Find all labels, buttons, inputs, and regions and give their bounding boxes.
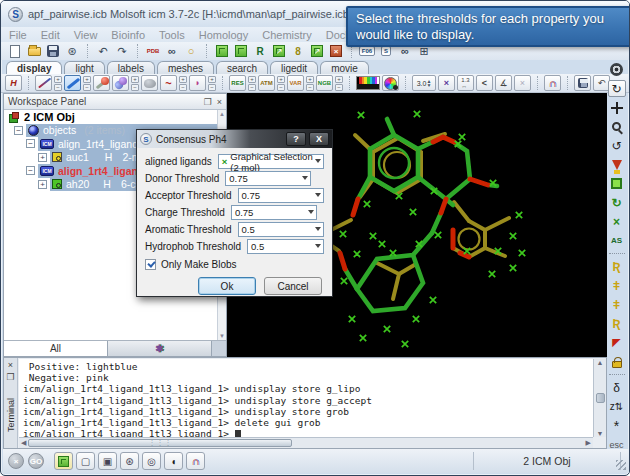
- undisplay-above-icon[interactable]: Ʀ: [608, 258, 626, 275]
- go-icon[interactable]: GO: [28, 453, 44, 469]
- measure-atoms-icon[interactable]: ×: [438, 75, 455, 91]
- measure-distance-icon[interactable]: 1.3↔: [457, 75, 474, 91]
- clip-tool-icon[interactable]: Ʀ: [608, 315, 626, 332]
- open-file-icon[interactable]: [26, 44, 42, 58]
- skin-style-icon[interactable]: ◗: [189, 75, 206, 91]
- scroll-up-icon[interactable]: ▲: [597, 359, 604, 366]
- table-green-2-icon[interactable]: [233, 44, 249, 58]
- cpk-style-icon[interactable]: [112, 75, 129, 91]
- ballstick-style-icon[interactable]: [93, 75, 110, 91]
- menu-bioinfo[interactable]: Bioinfo: [111, 29, 145, 41]
- depth-icon[interactable]: z⇅: [608, 398, 626, 415]
- zoom-tool-icon[interactable]: [608, 118, 626, 135]
- color-palette-icon[interactable]: [356, 76, 380, 90]
- tab-ligedit[interactable]: ligedit: [270, 61, 318, 74]
- measure-dihedral-icon[interactable]: ∡: [495, 75, 512, 91]
- stick-radius-spinner[interactable]: 3.0▲▼: [412, 75, 436, 91]
- redo-icon[interactable]: ↷: [114, 44, 130, 58]
- only-make-blobs-checkbox[interactable]: [145, 259, 156, 270]
- settings-gear-icon[interactable]: ⊛: [120, 452, 139, 470]
- scroll-left-icon[interactable]: ◀: [21, 439, 26, 447]
- measure-angle-icon[interactable]: <: [476, 75, 493, 91]
- pdb-search-icon[interactable]: PDB: [145, 44, 161, 58]
- aromatic-threshold-select[interactable]: 0.5: [238, 222, 324, 237]
- tab-search[interactable]: search: [216, 61, 268, 74]
- atom-label-plus-minus[interactable]: +−: [277, 76, 285, 91]
- distance-label-icon[interactable]: NGB: [316, 75, 333, 91]
- atom-selection-icon[interactable]: AS: [608, 232, 626, 249]
- new-file-icon[interactable]: [7, 44, 23, 58]
- dialog-help-button[interactable]: ?: [286, 132, 306, 146]
- expand-icon[interactable]: +: [38, 180, 47, 189]
- cancel-button[interactable]: Cancel: [264, 277, 322, 295]
- magnet-icon[interactable]: ∩: [544, 75, 561, 91]
- acceptor-threshold-select[interactable]: 0.75: [238, 188, 324, 203]
- cpk-plus-minus[interactable]: +−: [131, 76, 139, 91]
- molecule-yellow-icon[interactable]: 8: [290, 44, 306, 58]
- lasso-select-icon[interactable]: ○: [183, 44, 199, 58]
- hydrogens-toggle-icon[interactable]: H: [5, 75, 22, 91]
- magnet-mode-icon[interactable]: ∩: [186, 452, 205, 470]
- binoculars-icon[interactable]: ∞: [164, 44, 180, 58]
- skin-plus-minus[interactable]: +−: [208, 76, 216, 91]
- charge-threshold-select[interactable]: 0.75: [231, 205, 317, 220]
- chart-green-icon[interactable]: ↗: [271, 44, 287, 58]
- stop-icon[interactable]: ×: [8, 453, 24, 469]
- workspace-tab-all[interactable]: All: [4, 341, 108, 356]
- menu-edit[interactable]: Edit: [41, 29, 60, 41]
- menu-chemistry[interactable]: Chemistry: [262, 29, 312, 41]
- tab-display[interactable]: display: [6, 61, 62, 74]
- scroll-down-icon[interactable]: ▼: [597, 430, 604, 437]
- donor-threshold-select[interactable]: 0.75: [225, 171, 311, 186]
- ok-button[interactable]: Ok: [198, 277, 256, 295]
- distance-label-plus-minus[interactable]: +−: [335, 76, 343, 91]
- record-icon[interactable]: [608, 61, 626, 78]
- atom-label-icon[interactable]: ATM: [258, 75, 275, 91]
- hydrophob-threshold-select[interactable]: 0.5: [247, 239, 324, 254]
- rotate-tool-icon[interactable]: ↻: [608, 80, 626, 97]
- translate-tool-icon[interactable]: [608, 99, 626, 116]
- snapshot-camera-icon[interactable]: ◎: [142, 452, 161, 470]
- stick-plus-minus[interactable]: +−: [83, 76, 91, 91]
- dialog-title-bar[interactable]: S Consensus Ph4 ? X: [137, 130, 332, 148]
- scroll-right-icon[interactable]: ▶: [586, 439, 591, 447]
- slab-tool-icon[interactable]: ǂ: [608, 296, 626, 313]
- settings-gear-icon[interactable]: ⊛: [64, 44, 80, 58]
- menu-view[interactable]: View: [74, 29, 98, 41]
- scroll-thumb[interactable]: [596, 393, 605, 403]
- stick-style-icon[interactable]: [64, 75, 81, 91]
- table-green-icon[interactable]: [214, 44, 230, 58]
- terminal-output[interactable]: Positive: lightblue Negative: pinkicm/al…: [19, 359, 593, 437]
- scroll-down-icon[interactable]: ▼: [219, 333, 225, 339]
- terminal-vertical-scrollbar[interactable]: ▲ ▼: [593, 359, 606, 437]
- r-console-icon[interactable]: R: [252, 44, 268, 58]
- table-delete-icon[interactable]: ×: [328, 44, 344, 58]
- undo-icon[interactable]: ↶: [95, 44, 111, 58]
- tab-meshes[interactable]: meshes: [157, 61, 214, 74]
- collapse-icon[interactable]: −: [14, 126, 23, 135]
- residue-label-plus-minus[interactable]: +−: [248, 76, 256, 91]
- menu-file[interactable]: File: [9, 29, 27, 41]
- chart-green-2-icon[interactable]: ↗: [309, 44, 325, 58]
- close-panel-icon[interactable]: ×: [217, 97, 222, 107]
- ribbon-plus-minus[interactable]: +−: [179, 76, 187, 91]
- collapse-icon[interactable]: −: [26, 166, 35, 175]
- menu-homology[interactable]: Homology: [199, 29, 249, 41]
- panel-layout-icon[interactable]: ▣: [98, 452, 117, 470]
- pinwheel-icon[interactable]: *: [608, 417, 626, 434]
- scroll-thumb[interactable]: ⋮⋮⋮: [28, 439, 292, 447]
- ribbon-style-icon[interactable]: ~: [160, 75, 177, 91]
- fly-rocket-icon[interactable]: [608, 156, 626, 173]
- z-rotate-tool-icon[interactable]: ↺: [608, 137, 626, 154]
- save-icon[interactable]: [45, 44, 61, 58]
- undisplay-below-icon[interactable]: ǂ: [608, 277, 626, 294]
- undock-terminal-icon[interactable]: ❐: [4, 372, 17, 382]
- select-rectangle-icon[interactable]: [608, 175, 626, 192]
- wire-style-icon[interactable]: [35, 75, 52, 91]
- terminal-horizontal-scrollbar[interactable]: ◀ ⋮⋮⋮ ▶: [19, 437, 593, 448]
- save-view-icon[interactable]: [574, 75, 591, 91]
- lock-icon[interactable]: [608, 353, 626, 370]
- window-layout-icon[interactable]: ▢: [76, 452, 95, 470]
- menu-tools[interactable]: Tools: [159, 29, 185, 41]
- tab-light[interactable]: light: [64, 61, 104, 74]
